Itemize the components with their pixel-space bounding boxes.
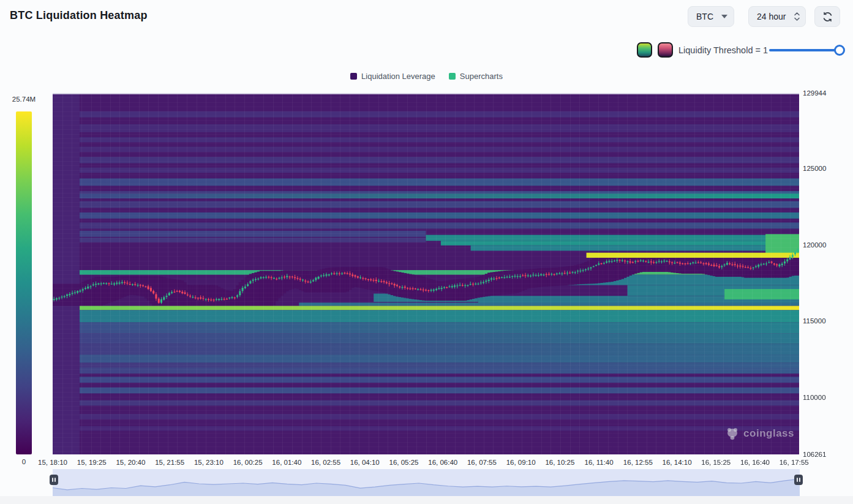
bottom-strip (0, 496, 853, 504)
x-axis-label: 15, 19:25 (77, 459, 107, 466)
chevron-down-icon (721, 15, 727, 18)
x-axis-label: 15, 20:40 (116, 459, 145, 466)
y-axis-label: 115000 (803, 317, 826, 325)
x-axis-label: 16, 00:25 (233, 459, 263, 466)
slider-handle[interactable] (834, 45, 845, 56)
x-axis-label: 16, 14:10 (663, 459, 692, 466)
x-axis-label: 16, 07:55 (467, 459, 497, 466)
navigator-handle-left[interactable] (50, 475, 58, 485)
liquidity-threshold-label: Liquidity Threshold = 1 (678, 45, 768, 55)
x-axis-label: 16, 16:40 (740, 459, 770, 466)
page-title: BTC Liquidation Heatmap (10, 9, 148, 22)
x-axis: 15, 18:1015, 19:2515, 20:4015, 21:5515, … (53, 459, 799, 468)
x-axis-label: 16, 04:10 (350, 459, 380, 466)
x-axis-label: 16, 01:40 (272, 459, 301, 466)
x-axis-label: 16, 05:25 (389, 459, 419, 466)
y-axis: 129944125000120000115000110000106261 (803, 93, 852, 454)
x-axis-label: 16, 11:40 (585, 459, 614, 466)
period-select-value: 24 hour (757, 12, 786, 21)
navigator[interactable] (53, 469, 800, 496)
slider-track[interactable] (769, 49, 844, 51)
updown-chevrons-icon (794, 11, 800, 22)
symbol-select[interactable]: BTC (688, 6, 734, 27)
x-axis-label: 16, 12:55 (623, 459, 653, 466)
liquidity-threshold-slider[interactable] (769, 45, 844, 56)
refresh-icon (822, 11, 833, 23)
x-axis-label: 16, 15:25 (701, 459, 731, 466)
y-axis-label: 129944 (803, 89, 826, 97)
legend-marker (449, 73, 456, 80)
y-axis-label: 106261 (803, 451, 826, 458)
x-axis-label: 15, 18:10 (38, 459, 67, 466)
navigator-canvas[interactable] (53, 469, 800, 496)
liquidation-heatmap-page: BTC Liquidation Heatmap BTC 24 hour Liqu… (0, 0, 853, 504)
heatmap-plot-area[interactable]: coinglass (53, 93, 799, 454)
viridis-gradient-swatch[interactable] (637, 42, 652, 58)
colorbar (16, 111, 32, 454)
chart-legend: Liquidation Leverage Supercharts (0, 72, 853, 81)
x-axis-label: 16, 10:25 (545, 459, 574, 466)
x-axis-label: 16, 09:10 (506, 459, 536, 466)
legend-marker (350, 73, 357, 80)
y-axis-label: 110000 (803, 394, 826, 401)
legend-item-liquidation-leverage[interactable]: Liquidation Leverage (350, 72, 435, 81)
period-select[interactable]: 24 hour (748, 6, 806, 27)
magma-gradient-swatch[interactable] (658, 42, 673, 58)
x-axis-label: 16, 17:55 (780, 459, 809, 466)
heatmap-canvas[interactable] (53, 93, 799, 454)
refresh-button[interactable] (814, 6, 840, 27)
x-axis-label: 16, 06:40 (428, 459, 457, 466)
x-axis-label: 16, 02:55 (311, 459, 340, 466)
symbol-select-value: BTC (696, 12, 713, 21)
y-axis-label: 125000 (803, 165, 826, 172)
colorbar-max-label: 25.74M (0, 96, 48, 103)
legend-label: Liquidation Leverage (361, 72, 435, 81)
navigator-handle-right[interactable] (794, 475, 803, 485)
x-axis-label: 15, 23:10 (194, 459, 224, 466)
x-axis-label: 15, 21:55 (155, 459, 184, 466)
y-axis-label: 120000 (803, 241, 826, 249)
legend-item-supercharts[interactable]: Supercharts (449, 72, 503, 81)
legend-label: Supercharts (460, 72, 503, 81)
